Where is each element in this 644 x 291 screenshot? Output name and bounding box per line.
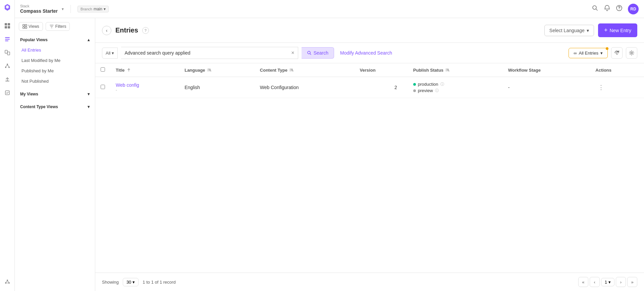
branch-chevron-icon: ▾ xyxy=(104,7,106,11)
language-column-header[interactable]: Language xyxy=(179,63,255,77)
branch-name: main xyxy=(94,7,102,11)
row-content-type-cell: Web Configuration xyxy=(255,77,355,98)
row-checkbox[interactable] xyxy=(101,85,105,89)
entries-table: Title Language xyxy=(95,63,644,273)
search-button[interactable]: Search xyxy=(302,47,334,59)
new-entry-button[interactable]: + New Entry xyxy=(598,23,637,37)
clear-search-button[interactable]: × xyxy=(291,50,294,56)
published-by-me-label: Published by Me xyxy=(21,68,54,73)
row-checkbox-cell xyxy=(95,77,110,98)
scope-chevron-icon: ▾ xyxy=(112,51,114,56)
sidebar-item-last-modified[interactable]: Last Modified by Me xyxy=(19,55,91,66)
help-icon[interactable] xyxy=(616,5,623,13)
svg-rect-28 xyxy=(25,27,27,28)
search-btn-label: Search xyxy=(314,50,328,56)
nav-icon-content-models[interactable] xyxy=(1,60,13,72)
svg-rect-4 xyxy=(5,37,10,38)
stack-arrow[interactable]: ▾ xyxy=(62,7,64,11)
language-chevron-icon: ▾ xyxy=(587,28,589,33)
search-input[interactable] xyxy=(124,50,288,56)
per-page-chevron-icon: ▾ xyxy=(132,280,135,285)
nav-icon-assets[interactable] xyxy=(1,47,13,59)
modify-search-button[interactable]: Modify Advanced Search xyxy=(340,50,392,56)
select-all-checkbox[interactable] xyxy=(101,67,105,72)
content-type-views-section: Content Type Views ▾ xyxy=(15,102,95,112)
svg-point-24 xyxy=(619,9,620,10)
content-type-views-label: Content Type Views xyxy=(20,104,58,109)
top-header: Stack Compass Starter ▾ Branch main ▾ RD xyxy=(15,0,644,18)
next-page-button[interactable]: › xyxy=(616,277,626,287)
production-info-icon[interactable]: ⓘ xyxy=(440,82,444,87)
nav-icon-tools[interactable] xyxy=(1,276,13,288)
back-button[interactable]: ‹ xyxy=(102,26,111,35)
svg-point-30 xyxy=(631,52,633,54)
search-icon[interactable] xyxy=(592,5,598,13)
entries-help-icon[interactable]: ? xyxy=(142,27,149,34)
nav-icon-tasks[interactable] xyxy=(1,87,13,99)
nav-icon-grid[interactable] xyxy=(1,20,13,32)
language-selector[interactable]: Select Language ▾ xyxy=(544,25,594,36)
views-button[interactable]: Views xyxy=(19,22,43,31)
svg-rect-27 xyxy=(23,27,24,28)
nav-icon-entries[interactable] xyxy=(1,33,13,45)
sidebar-item-all-entries[interactable]: All Entries xyxy=(19,45,91,55)
title-column-header[interactable]: Title xyxy=(110,63,179,77)
content-type-column-header[interactable]: Content Type xyxy=(255,63,355,77)
record-info: 1 to 1 of 1 record xyxy=(143,280,175,285)
content-type-views-header[interactable]: Content Type Views ▾ xyxy=(19,102,91,112)
last-page-button[interactable]: » xyxy=(627,277,637,287)
first-page-button[interactable]: « xyxy=(578,277,588,287)
svg-line-13 xyxy=(7,65,9,67)
not-published-label: Not Published xyxy=(21,79,49,84)
actions-column-header: Actions xyxy=(590,63,644,77)
app-logo[interactable] xyxy=(3,3,11,13)
entries-data-table: Title Language xyxy=(95,63,644,98)
filters-button[interactable]: Filters xyxy=(46,22,70,31)
svg-rect-2 xyxy=(5,26,7,28)
page-navigation: « ‹ 1 ▾ › » xyxy=(578,277,637,287)
stack-name[interactable]: Compass Starter xyxy=(20,8,58,14)
svg-point-11 xyxy=(8,67,10,68)
popular-views-chevron-icon: ▴ xyxy=(88,38,90,42)
nav-icon-deploy[interactable] xyxy=(1,73,13,85)
my-views-header[interactable]: My Views ▾ xyxy=(19,89,91,99)
search-scope-selector[interactable]: All ▾ xyxy=(102,48,118,59)
sidebar-item-published-by-me[interactable]: Published by Me xyxy=(19,66,91,76)
table-row: Web config - English Web Configuration 2 xyxy=(95,77,644,98)
popular-views-label: Popular Views xyxy=(20,38,48,42)
workflow-stage-column-header: Workflow Stage xyxy=(503,63,590,77)
showing-label: Showing xyxy=(102,280,119,285)
table-settings-button[interactable] xyxy=(626,47,637,59)
preview-info-icon[interactable]: ⓘ xyxy=(435,88,439,93)
my-views-chevron-icon: ▾ xyxy=(88,92,90,96)
per-page-selector[interactable]: 30 ▾ xyxy=(123,278,139,286)
current-page-selector[interactable]: 1 ▾ xyxy=(601,278,614,286)
entries-panel: ‹ Entries ? Select Language ▾ + New Entr… xyxy=(95,18,644,291)
svg-point-16 xyxy=(7,280,8,281)
row-actions-button[interactable]: ⋮ xyxy=(595,82,607,92)
row-title-cell[interactable]: Web config - xyxy=(110,77,179,98)
notifications-icon[interactable] xyxy=(604,5,610,13)
svg-line-19 xyxy=(6,281,7,282)
last-modified-label: Last Modified by Me xyxy=(21,58,60,63)
production-status-dot xyxy=(413,83,416,86)
refresh-button[interactable] xyxy=(611,47,623,59)
content-area: Views Filters Popular Views ▴ All Entrie… xyxy=(15,18,644,291)
per-page-value: 30 xyxy=(126,280,131,285)
row-version: 2 xyxy=(394,85,397,90)
production-status-label: production xyxy=(418,82,438,87)
all-entries-filter-button[interactable]: ∞ All Entries ▾ xyxy=(569,48,608,58)
svg-rect-3 xyxy=(8,26,10,28)
row-publish-status-cell: production ⓘ preview ⓘ xyxy=(408,77,503,98)
main-container: Stack Compass Starter ▾ Branch main ▾ RD xyxy=(15,0,644,291)
preview-status-dot xyxy=(413,89,416,92)
sidebar-item-not-published[interactable]: Not Published xyxy=(19,76,91,86)
row-actions-cell[interactable]: ⋮ xyxy=(590,77,644,98)
row-workflow-stage: - xyxy=(508,85,510,90)
user-avatar[interactable]: RD xyxy=(628,4,639,14)
prev-page-button[interactable]: ‹ xyxy=(590,277,600,287)
popular-views-header[interactable]: Popular Views ▴ xyxy=(19,35,91,45)
branch-selector[interactable]: Branch main ▾ xyxy=(77,6,109,12)
publish-status-column-header[interactable]: Publish Status xyxy=(408,63,503,77)
svg-point-9 xyxy=(7,64,8,65)
